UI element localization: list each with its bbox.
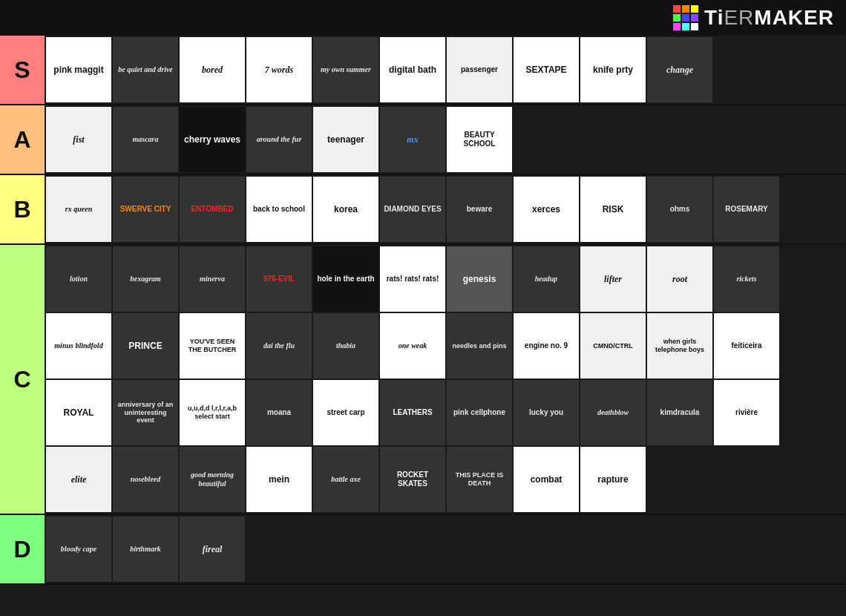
tier-item[interactable]: root — [647, 246, 712, 312]
tier-item[interactable]: kimdracula — [647, 380, 712, 445]
logo-text: TiERMAKER — [704, 6, 834, 30]
tier-item[interactable]: bored — [180, 37, 245, 102]
tier-item[interactable]: around the fur — [246, 107, 312, 172]
tier-item[interactable]: 976-EVIL — [246, 246, 312, 312]
tier-item[interactable]: elite — [46, 447, 111, 512]
tier-label-S: S — [0, 36, 45, 104]
tier-item[interactable]: cherry waves — [180, 107, 245, 172]
tier-item[interactable]: minerva — [180, 246, 245, 312]
tier-item[interactable]: when girls telephone boys — [647, 313, 712, 379]
tier-item[interactable]: thabia — [313, 313, 378, 379]
tier-item[interactable]: mein — [246, 447, 312, 512]
tier-item[interactable]: lifter — [580, 246, 646, 312]
tier-item[interactable]: anniversary of an uninteresting event — [113, 380, 178, 445]
tiers-container: Spink maggitbe quiet and drivebored7 wor… — [0, 36, 846, 585]
tier-label-B: B — [0, 175, 45, 243]
tier-item[interactable]: needles and pins — [447, 313, 512, 379]
tier-item[interactable]: rats! rats! rats! — [380, 246, 445, 312]
tier-item[interactable]: lucky you — [514, 380, 579, 445]
tier-item[interactable]: hexagram — [113, 246, 178, 312]
tier-items-B: rx queenSWERVE CITYENTOMBEDback to schoo… — [45, 175, 846, 243]
tier-item[interactable]: dai the flu — [246, 313, 312, 379]
tier-item[interactable]: one weak — [380, 313, 445, 379]
tier-item[interactable]: good morning beautiful — [180, 447, 245, 512]
tier-row-D: Dbloody capebirthmarkfireal — [0, 515, 846, 585]
tier-item[interactable]: rapture — [580, 447, 646, 512]
tier-item[interactable]: fireal — [180, 517, 245, 582]
tier-item[interactable]: change — [647, 37, 712, 102]
tier-item[interactable]: BEAUTY SCHOOL — [447, 107, 512, 172]
tier-item[interactable]: PRINCE — [113, 313, 178, 379]
tier-item[interactable]: birthmark — [113, 517, 178, 582]
tier-row-A: Afistmascaracherry wavesaround the furte… — [0, 105, 846, 175]
tier-item[interactable]: THIS PLACE IS DEATH — [447, 447, 512, 512]
tier-item[interactable]: battle axe — [313, 447, 378, 512]
tier-items-S: pink maggitbe quiet and drivebored7 word… — [45, 36, 846, 104]
tier-item[interactable]: feiticeira — [714, 313, 779, 379]
tier-item[interactable]: pink maggit — [46, 37, 111, 102]
tier-item[interactable]: street carp — [313, 380, 378, 445]
tier-item[interactable]: korea — [313, 177, 378, 242]
header: TiERMAKER — [0, 0, 846, 36]
tier-items-A: fistmascaracherry wavesaround the furtee… — [45, 105, 846, 174]
tier-item[interactable]: CMND/CTRL — [580, 313, 646, 379]
tier-item[interactable]: u,u,d,d l,r,l,r,a,b select start — [180, 380, 245, 445]
tier-item[interactable]: mx — [380, 107, 445, 172]
tier-item[interactable]: headup — [514, 246, 579, 312]
tier-item[interactable]: be quiet and drive — [113, 37, 178, 102]
tier-item[interactable]: hole in the earth — [313, 246, 378, 312]
tier-item[interactable]: passenger — [447, 37, 512, 102]
tiermaker-logo: TiERMAKER — [673, 5, 834, 30]
tier-item[interactable]: 7 words — [246, 37, 312, 102]
tier-item[interactable]: rivière — [714, 380, 779, 445]
tier-items-D: bloody capebirthmarkfireal — [45, 515, 846, 583]
tier-label-C: C — [0, 245, 45, 514]
tier-item[interactable]: pink cellphone — [447, 380, 512, 445]
tier-items-C: lotionhexagramminerva976-EVILhole in the… — [45, 245, 846, 514]
tier-item[interactable]: moana — [246, 380, 312, 445]
tier-item[interactable]: lotion — [46, 246, 111, 312]
tier-item[interactable]: teenager — [313, 107, 378, 172]
tier-item[interactable]: rx queen — [46, 177, 111, 242]
tiermaker-app: TiERMAKER Spink maggitbe quiet and drive… — [0, 0, 846, 585]
tier-label-A: A — [0, 105, 45, 174]
tier-item[interactable]: YOU'VE SEEN THE BUTCHER — [180, 313, 245, 379]
tier-item[interactable]: deathblow — [580, 380, 646, 445]
tier-item[interactable]: my own summer — [313, 37, 378, 102]
tier-item[interactable]: genesis — [447, 246, 512, 312]
tier-item[interactable]: mascara — [113, 107, 178, 172]
tier-item[interactable]: SEXTAPE — [514, 37, 579, 102]
tier-item[interactable]: fist — [46, 107, 111, 172]
tier-item[interactable]: ohms — [647, 177, 712, 242]
tier-item[interactable]: SWERVE CITY — [113, 177, 178, 242]
tier-item[interactable]: bloody cape — [46, 517, 111, 582]
tier-row-S: Spink maggitbe quiet and drivebored7 wor… — [0, 36, 846, 105]
tier-item[interactable]: ENTOMBED — [180, 177, 245, 242]
tier-item[interactable]: back to school — [246, 177, 312, 242]
tier-item[interactable]: nosebleed — [113, 447, 178, 512]
tier-item[interactable]: digital bath — [380, 37, 445, 102]
tier-item[interactable]: rickets — [714, 246, 779, 312]
tier-item[interactable]: ROSEMARY — [714, 177, 779, 242]
tier-item[interactable]: beware — [447, 177, 512, 242]
tier-item[interactable]: RISK — [580, 177, 646, 242]
tier-item[interactable]: minus blindfold — [46, 313, 111, 379]
logo-grid-icon — [673, 5, 698, 30]
tier-row-C: Clotionhexagramminerva976-EVILhole in th… — [0, 245, 846, 515]
tier-row-B: Brx queenSWERVE CITYENTOMBEDback to scho… — [0, 175, 846, 245]
tier-item[interactable]: ROCKET SKATES — [380, 447, 445, 512]
tier-label-D: D — [0, 515, 45, 583]
tier-item[interactable]: DIAMOND EYES — [380, 177, 445, 242]
tier-item[interactable]: engine no. 9 — [514, 313, 579, 379]
tier-item[interactable]: xerces — [514, 177, 579, 242]
tier-item[interactable]: LEATHERS — [380, 380, 445, 445]
tier-item[interactable]: ROYAL — [46, 380, 111, 445]
tier-item[interactable]: knife prty — [580, 37, 646, 102]
tier-item[interactable]: combat — [514, 447, 579, 512]
